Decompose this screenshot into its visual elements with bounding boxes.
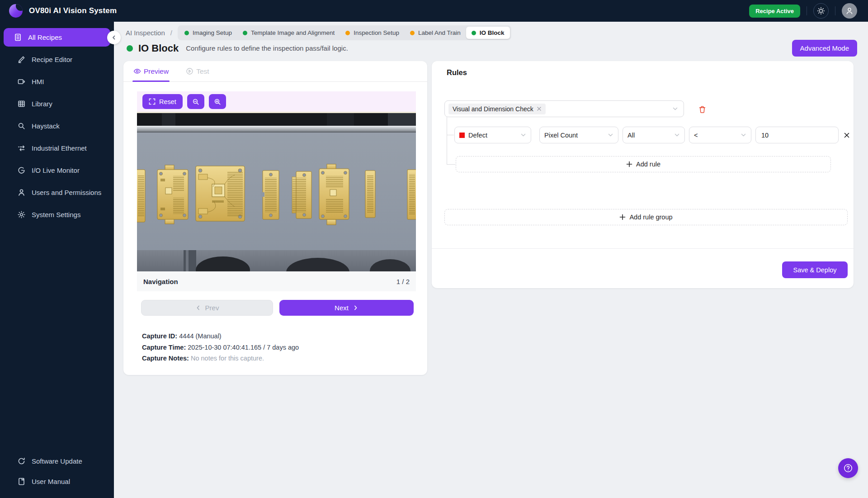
theme-toggle-button[interactable] <box>813 3 829 19</box>
zoom-in-button[interactable] <box>209 94 226 109</box>
capture-time-label: Capture Time: <box>142 344 186 351</box>
page-header: IO Block Configure rules to define the i… <box>127 40 857 57</box>
page-status-dot <box>127 45 133 52</box>
prev-label: Prev <box>205 304 219 312</box>
sidebar-item-label: Library <box>32 100 52 108</box>
sidebar-item-label: System Settings <box>32 211 80 218</box>
capture-time-row: Capture Time: 2025-10-30 07:40:41.165 / … <box>142 342 299 353</box>
step-template-image-alignment[interactable]: Template Image and Alignment <box>237 27 340 39</box>
tab-label: Test <box>196 67 209 76</box>
sidebar-item-hmi[interactable]: HMI <box>4 72 110 91</box>
rule-metric-select[interactable]: Pixel Count <box>539 127 618 143</box>
add-rule-group-label: Add rule group <box>629 213 672 221</box>
sidebar-item-user-manual[interactable]: User Manual <box>4 472 110 491</box>
step-label: Imaging Setup <box>193 29 232 36</box>
remove-rule-button[interactable] <box>841 129 853 141</box>
chevron-down-icon <box>674 132 680 138</box>
prev-button[interactable]: Prev <box>141 300 273 316</box>
tab-test[interactable]: Test <box>186 61 209 81</box>
chevron-right-icon <box>353 305 359 311</box>
zoom-out-icon <box>192 98 199 105</box>
recipe-active-badge: Recipe Active <box>749 5 800 18</box>
step-status-dot <box>472 31 476 35</box>
tab-label: Preview <box>144 67 169 76</box>
manual-book-icon <box>17 477 26 486</box>
app-logo-icon <box>9 4 23 18</box>
step-label-and-train[interactable]: Label And Train <box>405 27 466 39</box>
rule-metric-value: Pixel Count <box>544 132 578 139</box>
sun-icon <box>817 7 825 15</box>
next-label: Next <box>335 304 349 312</box>
step-io-block[interactable]: IO Block <box>466 27 510 39</box>
user-avatar[interactable] <box>842 3 857 19</box>
rule-class-select[interactable]: Defect <box>454 127 531 143</box>
tab-preview[interactable]: Preview <box>133 61 169 81</box>
step-status-dot <box>410 31 415 35</box>
chevron-down-icon <box>741 132 746 138</box>
sidebar-collapse-button[interactable] <box>107 31 121 44</box>
zoom-out-button[interactable] <box>187 94 204 109</box>
rules-title: Rules <box>447 68 467 77</box>
recipes-icon <box>14 33 22 42</box>
capture-notes-label: Capture Notes: <box>142 355 189 362</box>
sidebar-item-all-recipes[interactable]: All Recipes <box>4 28 110 47</box>
sidebar-item-software-update[interactable]: Software Update <box>4 452 110 470</box>
navigation-strip: Navigation 1 / 2 <box>137 271 416 291</box>
chevron-down-icon <box>520 132 526 138</box>
header-divider <box>835 6 835 15</box>
add-rule-group-button[interactable]: Add rule group <box>444 209 848 225</box>
header-divider <box>807 6 807 15</box>
rule-group-select[interactable]: Visual and Dimension Check <box>444 100 684 117</box>
reset-label: Reset <box>159 98 176 105</box>
defect-color-swatch <box>459 133 465 138</box>
sidebar-item-label: I/O Live Monitor <box>32 166 80 174</box>
sidebar-item-recipe-editor[interactable]: Recipe Editor <box>4 50 110 69</box>
tag-remove-icon[interactable] <box>537 106 542 111</box>
rule-threshold-input[interactable] <box>755 127 839 143</box>
sidebar-item-users-permissions[interactable]: Users and Permissions <box>4 183 110 202</box>
save-deploy-button[interactable]: Save & Deploy <box>782 261 848 278</box>
step-status-dot <box>184 31 189 35</box>
next-button[interactable]: Next <box>279 300 414 316</box>
navigation-title: Navigation <box>143 278 178 285</box>
capture-image[interactable] <box>137 112 416 271</box>
io-monitor-icon <box>17 166 26 175</box>
step-label: Label And Train <box>418 29 461 36</box>
delete-rule-group-button[interactable] <box>697 104 708 115</box>
rule-row: Defect Pixel Count All < <box>432 127 854 143</box>
rule-operator-select[interactable]: < <box>689 127 751 143</box>
sidebar-item-io-live-monitor[interactable]: I/O Live Monitor <box>4 161 110 180</box>
rules-panel: Rules Visual and Dimension Check Defect … <box>432 61 854 288</box>
refresh-icon <box>17 457 26 465</box>
chevron-down-icon <box>608 132 613 138</box>
reset-view-button[interactable]: Reset <box>142 94 183 109</box>
breadcrumb-root[interactable]: AI Inspection <box>126 29 165 37</box>
step-status-dot <box>243 31 247 35</box>
rule-operator-value: < <box>694 132 698 139</box>
rule-scope-select[interactable]: All <box>623 127 685 143</box>
capture-time-value: 2025-10-30 07:40:41.165 / 7 days ago <box>188 344 299 351</box>
capture-id-label: Capture ID: <box>142 332 177 340</box>
capture-id-value: 4444 (Manual) <box>179 332 222 340</box>
eye-icon <box>133 67 141 75</box>
preview-tabs: Preview Test <box>123 61 427 82</box>
close-icon <box>844 132 850 138</box>
rule-scope-value: All <box>627 132 635 139</box>
gear-icon <box>17 210 26 219</box>
sidebar-item-library[interactable]: Library <box>4 95 110 113</box>
trash-icon <box>698 105 707 114</box>
add-rule-button[interactable]: Add rule <box>456 156 831 172</box>
advanced-mode-button[interactable]: Advanced Mode <box>792 40 857 57</box>
step-label: Inspection Setup <box>354 29 399 36</box>
step-status-dot <box>345 31 350 35</box>
step-inspection-setup[interactable]: Inspection Setup <box>340 27 405 39</box>
rule-class-value: Defect <box>468 132 487 139</box>
sidebar-item-system-settings[interactable]: System Settings <box>4 205 110 224</box>
step-imaging-setup[interactable]: Imaging Setup <box>179 27 237 39</box>
step-label: IO Block <box>480 29 505 36</box>
help-button[interactable] <box>838 458 858 478</box>
sidebar-item-haystack[interactable]: Haystack <box>4 117 110 135</box>
step-label: Template Image and Alignment <box>251 29 335 36</box>
sidebar-item-industrial-ethernet[interactable]: Industrial Ethernet <box>4 139 110 157</box>
hmi-screen-icon <box>17 77 26 86</box>
